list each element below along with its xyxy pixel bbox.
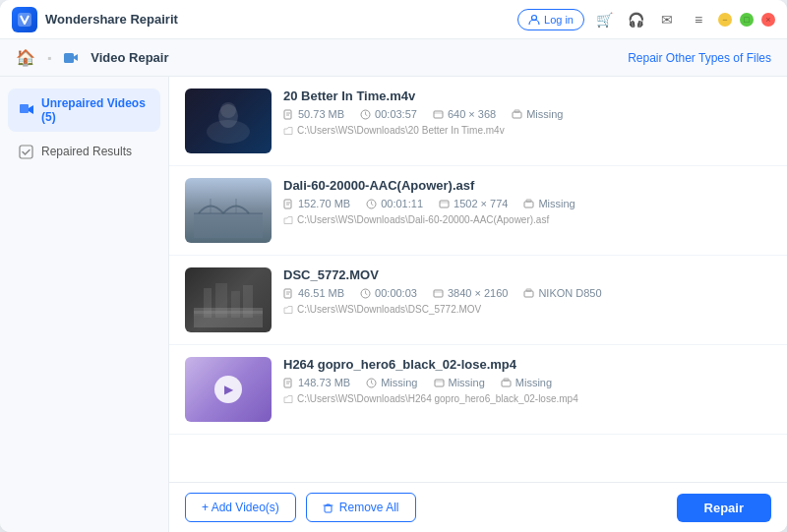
bottom-left-actions: + Add Video(s) Remove All	[185, 493, 416, 522]
video-path: C:\Users\WS\Downloads\20 Better In Time.…	[283, 125, 771, 136]
title-bar: Wondershare Repairit Log in 🛒 🎧 ✉ ≡ − □ …	[0, 0, 787, 39]
meta-device: Missing	[501, 377, 552, 388]
video-name: 20 Better In Time.m4v	[283, 89, 771, 103]
nav-left: 🏠 ▪ Video Repair	[16, 48, 169, 67]
close-button[interactable]: ×	[761, 13, 775, 27]
meta-resolution: 3840 × 2160	[433, 287, 508, 299]
repair-button[interactable]: Repair	[677, 494, 771, 522]
video-nav-icon	[63, 50, 79, 66]
svg-rect-27	[434, 290, 443, 297]
add-videos-button[interactable]: + Add Video(s)	[185, 493, 296, 522]
home-icon[interactable]: 🏠	[16, 48, 35, 67]
folder-icon	[283, 126, 293, 136]
video-meta: 46.51 MB 00:00:03 3840 × 2160	[283, 287, 771, 299]
meta-duration: Missing	[366, 377, 417, 388]
meta-device: Missing	[512, 108, 563, 120]
sidebar-unrepaired-label: Unrepaired Videos (5)	[41, 96, 151, 124]
maximize-button[interactable]: □	[740, 13, 754, 27]
thumb-silhouette	[194, 94, 263, 148]
svg-rect-4	[20, 146, 32, 158]
device-icon	[523, 288, 534, 299]
video-info: DSC_5772.MOV 46.51 MB 00:00:03	[283, 267, 771, 315]
video-info: Dali-60-20000-AAC(Apower).asf 152.70 MB …	[283, 178, 771, 225]
svg-rect-34	[504, 379, 509, 381]
title-bar-right: Log in 🛒 🎧 ✉ ≡ − □ ×	[517, 8, 775, 31]
meta-duration: 00:01:11	[366, 198, 423, 209]
svg-rect-25	[284, 289, 291, 298]
title-bar-left: Wondershare Repairit	[12, 7, 178, 32]
unrepaired-icon	[18, 102, 33, 118]
svg-rect-16	[440, 201, 449, 207]
sidebar: Unrepaired Videos (5) Repaired Results	[0, 77, 169, 532]
app-logo	[12, 7, 37, 32]
nav-title: Video Repair	[91, 50, 168, 65]
headset-icon[interactable]: 🎧	[624, 8, 647, 31]
video-meta: 50.73 MB 00:03:57 640 × 368	[283, 108, 771, 120]
add-videos-label: + Add Video(s)	[202, 501, 279, 514]
device-icon	[523, 199, 534, 209]
table-row: Dali-60-20000-AAC(Apower).asf 152.70 MB …	[169, 166, 787, 256]
email-icon[interactable]: ✉	[655, 8, 679, 31]
svg-rect-30	[284, 379, 291, 387]
remove-all-label: Remove All	[339, 501, 399, 514]
menu-icon[interactable]: ≡	[687, 8, 710, 31]
meta-duration: 00:00:03	[360, 287, 417, 299]
meta-size: 46.51 MB	[283, 287, 344, 299]
clock-icon	[360, 288, 371, 299]
video-name: Dali-60-20000-AAC(Apower).asf	[283, 178, 771, 193]
cart-icon[interactable]: 🛒	[592, 8, 616, 31]
clock-icon	[360, 109, 371, 120]
sidebar-item-unrepaired[interactable]: Unrepaired Videos (5)	[8, 89, 160, 132]
repair-other-link[interactable]: Repair Other Types of Files	[628, 51, 771, 65]
svg-rect-33	[502, 381, 511, 386]
login-button[interactable]: Log in	[517, 9, 584, 30]
bottom-bar: + Add Video(s) Remove All Repair	[169, 482, 787, 532]
file-icon	[283, 109, 294, 120]
video-info: 20 Better In Time.m4v 50.73 MB 00:03:57	[283, 89, 771, 136]
file-icon	[283, 378, 294, 388]
video-thumbnail: ▶	[185, 357, 272, 422]
video-path: C:\Users\WS\Downloads\DSC_5772.MOV	[283, 304, 771, 315]
nav-bar: 🏠 ▪ Video Repair Repair Other Types of F…	[0, 39, 787, 77]
table-row: ▶ H264 gopro_hero6_black_02-lose.mp4 148…	[169, 345, 787, 435]
video-meta: 148.73 MB Missing Missing	[283, 377, 771, 388]
meta-resolution: Missing	[434, 377, 485, 388]
meta-device: NIKON D850	[523, 287, 601, 299]
minimize-button[interactable]: −	[718, 13, 732, 27]
device-icon	[501, 378, 512, 388]
meta-resolution: 640 × 368	[433, 108, 496, 120]
clock-icon	[366, 199, 377, 209]
meta-size: 152.70 MB	[283, 198, 350, 209]
remove-all-button[interactable]: Remove All	[306, 493, 416, 522]
app-title: Wondershare Repairit	[45, 12, 178, 27]
play-icon: ▶	[214, 376, 242, 403]
folder-icon	[283, 394, 293, 404]
video-name: H264 gopro_hero6_black_02-lose.mp4	[283, 357, 771, 372]
video-thumbnail	[185, 267, 272, 332]
trash-icon	[323, 502, 333, 513]
main-content: Unrepaired Videos (5) Repaired Results	[0, 77, 787, 532]
svg-rect-3	[20, 104, 29, 113]
svg-rect-8	[284, 110, 291, 119]
svg-rect-35	[325, 505, 332, 512]
svg-rect-10	[434, 111, 443, 118]
meta-resolution: 1502 × 774	[439, 198, 508, 209]
repaired-icon	[18, 144, 33, 159]
clock-icon	[366, 378, 377, 388]
sidebar-repaired-label: Repaired Results	[41, 145, 132, 158]
svg-rect-13	[194, 213, 263, 238]
file-icon	[283, 288, 294, 299]
sidebar-item-repaired[interactable]: Repaired Results	[8, 136, 160, 167]
content-area: 20 Better In Time.m4v 50.73 MB 00:03:57	[169, 77, 787, 532]
svg-rect-14	[284, 200, 291, 208]
svg-rect-24	[194, 311, 263, 314]
user-icon	[528, 14, 540, 26]
table-row: 20 Better In Time.m4v 50.73 MB 00:03:57	[169, 77, 787, 166]
folder-icon	[283, 215, 293, 225]
svg-rect-29	[526, 289, 531, 291]
resolution-icon	[434, 378, 445, 388]
table-row: DSC_5772.MOV 46.51 MB 00:00:03	[169, 256, 787, 345]
svg-rect-17	[524, 202, 533, 207]
video-path: C:\Users\WS\Downloads\H264 gopro_hero6_b…	[283, 393, 771, 404]
video-thumbnail	[185, 89, 272, 153]
